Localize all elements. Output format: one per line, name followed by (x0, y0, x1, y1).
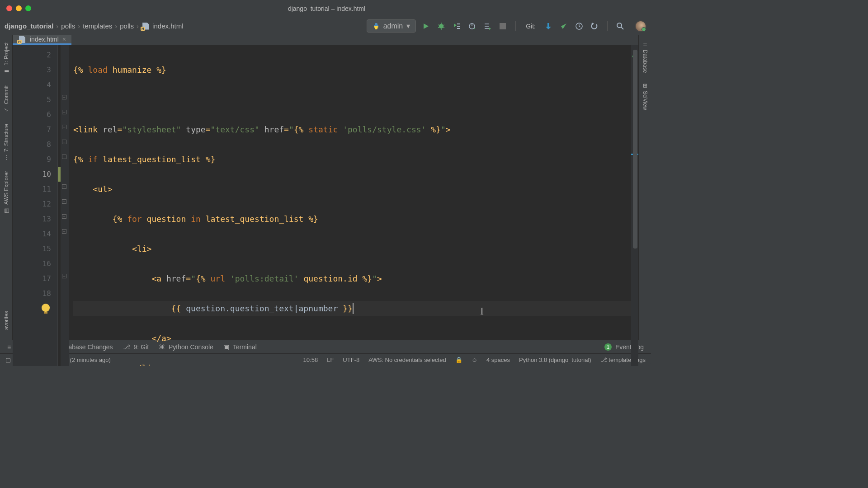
debug-button[interactable] (437, 22, 446, 31)
html-file-icon: H (142, 22, 150, 30)
stop-button[interactable] (498, 22, 507, 31)
dropdown-icon: ▾ (406, 22, 410, 30)
profile-button[interactable] (467, 22, 476, 31)
structure-tool-tab[interactable]: ⋮7: Structure (2, 118, 10, 165)
ibeam-cursor-icon: I (480, 304, 484, 319)
breadcrumb: django_tutorial › polls › templates › po… (5, 22, 183, 30)
close-icon[interactable]: × (62, 36, 66, 43)
line-number: 14 (13, 226, 51, 241)
line-number: 2 (13, 47, 51, 62)
line-number: 3 (13, 62, 51, 77)
right-tool-sidebar: ≣Database ⊞SciView (638, 35, 651, 340)
breadcrumb-root[interactable]: django_tutorial (5, 22, 53, 30)
commit-tool-tab[interactable]: ✓Commit (2, 80, 10, 118)
line-number: 7 (13, 122, 51, 137)
sciview-tool-tab[interactable]: ⊞SciView (641, 78, 649, 115)
breadcrumb-seg[interactable]: templates (83, 22, 112, 30)
html-file-icon: H (18, 35, 26, 43)
breadcrumb-file[interactable]: index.html (152, 22, 183, 30)
line-number: 17 (13, 271, 51, 286)
code-area[interactable]: {% load humanize %} <link rel="styleshee… (69, 45, 631, 366)
aws-explorer-tab[interactable]: ▤AWS Explorer (2, 165, 10, 219)
run-coverage-button[interactable] (452, 22, 461, 31)
python-icon (373, 23, 380, 30)
line-number: 10 (13, 167, 51, 182)
window-title: django_tutorial – index.html (9, 5, 645, 12)
fold-toggle[interactable]: − (62, 125, 66, 129)
editor-tab-active[interactable]: H index.html × (13, 35, 71, 45)
line-number: 18 (13, 286, 51, 301)
editor-scrollbar[interactable]: ✔ (631, 45, 638, 366)
fold-toggle[interactable]: − (62, 274, 66, 278)
run-config-label: admin (383, 22, 403, 30)
folder-icon: ▮ (3, 68, 9, 75)
line-number: 5 (13, 92, 51, 107)
line-number: 13 (13, 211, 51, 226)
svg-rect-1 (374, 26, 378, 28)
structure-icon: ⋮ (4, 154, 9, 160)
favorites-tab[interactable]: avorites (2, 305, 10, 335)
toolbar: Git: (421, 20, 646, 32)
fold-toggle[interactable]: − (62, 140, 66, 144)
fold-toggle[interactable]: − (62, 199, 66, 204)
chevron-right-icon: › (78, 22, 80, 30)
fold-toggle[interactable]: − (62, 95, 66, 99)
left-tool-sidebar: ▮1: Project ✓Commit ⋮7: Structure ▤AWS E… (0, 35, 13, 340)
navigation-bar: django_tutorial › polls › templates › po… (0, 17, 651, 35)
chevron-right-icon: › (115, 22, 117, 30)
list-icon: ≡ (7, 343, 11, 351)
vcs-update-button[interactable] (544, 22, 553, 31)
vcs-rollback-button[interactable] (590, 22, 599, 31)
fold-toggle[interactable]: − (62, 214, 66, 219)
database-tool-tab[interactable]: ≣Database (641, 37, 649, 78)
line-number: 9 (13, 152, 51, 167)
line-number: 15 (13, 241, 51, 256)
sciview-icon: ⊞ (643, 83, 647, 89)
run-config-selector[interactable]: admin ▾ (367, 19, 416, 33)
fold-toggle[interactable]: − (62, 184, 66, 189)
database-icon: ≣ (643, 42, 647, 48)
git-label: Git: (526, 23, 536, 30)
fold-toggle[interactable]: − (62, 155, 66, 159)
line-number: 11 (13, 182, 51, 197)
tool-windows-icon[interactable]: ▢ (5, 357, 11, 363)
text-caret (353, 303, 354, 314)
fold-toggle[interactable]: − (62, 110, 66, 114)
aws-icon: ▤ (3, 207, 9, 214)
line-number: 6 (13, 107, 51, 122)
chevron-right-icon: › (56, 22, 58, 30)
project-tool-tab[interactable]: ▮1: Project (2, 37, 10, 80)
run-tests-button[interactable] (483, 22, 492, 31)
fold-toggle[interactable]: − (62, 229, 66, 234)
editor: H index.html × 2 3 4 5 6 7 8 9 10 11 12 … (13, 35, 638, 340)
line-number: 4 (13, 77, 51, 92)
svg-point-2 (439, 24, 443, 28)
user-avatar[interactable] (635, 20, 646, 32)
tab-label: index.html (30, 36, 59, 43)
line-number: 16 (13, 256, 51, 271)
editor-tab-bar: H index.html × (13, 35, 638, 45)
commit-icon: ✓ (3, 107, 9, 113)
vcs-history-button[interactable] (575, 22, 584, 31)
titlebar: django_tutorial – index.html (0, 0, 651, 17)
line-number: 12 (13, 197, 51, 211)
intention-bulb-icon[interactable] (42, 304, 50, 312)
line-number: 8 (13, 137, 51, 152)
fold-gutter: − − − − − − − − − − (61, 45, 69, 366)
line-number-gutter[interactable]: 2 3 4 5 6 7 8 9 10 11 12 13 14 15 16 17 … (13, 45, 58, 366)
scrollbar-thumb[interactable] (633, 50, 637, 249)
breadcrumb-seg[interactable]: polls (61, 22, 75, 30)
svg-rect-4 (500, 23, 506, 29)
breadcrumb-seg[interactable]: polls (120, 22, 134, 30)
run-button[interactable] (421, 22, 430, 31)
search-button[interactable] (616, 22, 625, 31)
chevron-right-icon: › (137, 22, 139, 30)
vcs-commit-button[interactable] (559, 22, 568, 31)
svg-point-6 (617, 23, 622, 28)
